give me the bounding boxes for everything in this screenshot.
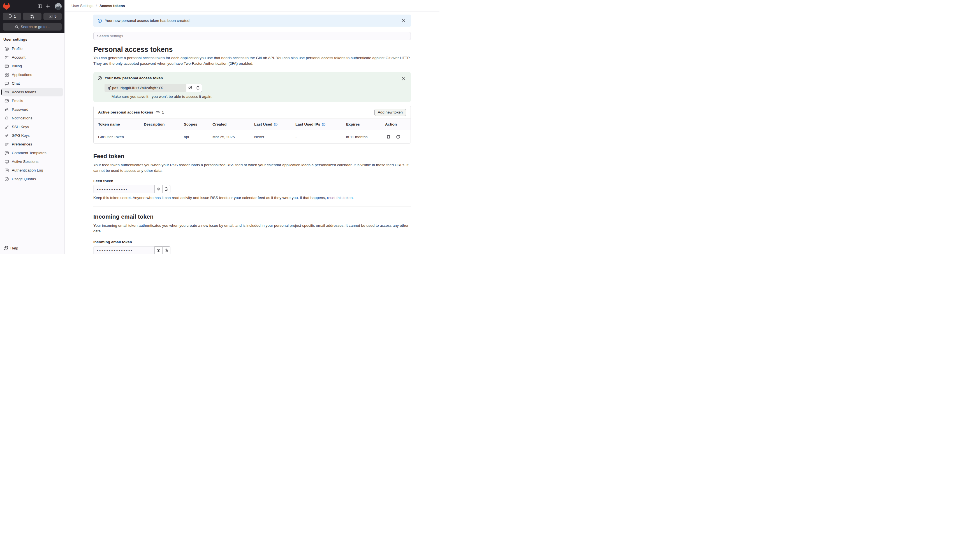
sidebar-item-label: Active Sessions xyxy=(12,159,38,164)
cell-created: Mar 25, 2025 xyxy=(212,135,254,139)
avatar[interactable] xyxy=(55,3,62,10)
question-icon[interactable] xyxy=(274,123,278,126)
settings-nav: Profile Account Billing Applications Cha… xyxy=(0,44,65,183)
sidebar-item-label: SSH Keys xyxy=(12,125,29,129)
sidebar-item-emails[interactable]: Emails xyxy=(2,96,63,105)
reveal-incoming-email-token-button[interactable] xyxy=(154,246,162,254)
trash-icon xyxy=(386,134,391,139)
search-or-go-to[interactable]: Search or go to... xyxy=(3,23,62,31)
cell-last-used: Never xyxy=(254,135,295,139)
alert-close-button[interactable] xyxy=(401,18,407,24)
copy-token-button[interactable] xyxy=(194,84,202,92)
col-created: Created xyxy=(212,122,254,126)
help-icon xyxy=(3,246,8,250)
sidebar-item-applications[interactable]: Applications xyxy=(2,70,63,79)
sidebar-item-chat[interactable]: Chat xyxy=(2,79,63,88)
feed-token-note: Keep this token secret. Anyone who has i… xyxy=(93,196,327,200)
merge-request-icon xyxy=(30,14,35,19)
search-icon xyxy=(15,25,19,29)
panel-close-button[interactable] xyxy=(401,76,407,82)
cell-scopes: api xyxy=(184,135,212,139)
retry-icon xyxy=(396,134,400,139)
token-icon xyxy=(156,110,160,114)
avatar-image xyxy=(55,3,62,10)
sidebar-item-billing[interactable]: Billing xyxy=(2,62,63,70)
reveal-feed-token-button[interactable] xyxy=(154,185,162,193)
grid-icon xyxy=(5,73,9,77)
pat-description: You can generate a personal access token… xyxy=(93,55,411,66)
issues-count-button[interactable]: 1 xyxy=(3,13,21,20)
sidebar-toggle-icon xyxy=(38,4,42,9)
page-title: Personal access tokens xyxy=(93,45,411,53)
sidebar-item-label: Usage Quotas xyxy=(12,177,36,181)
settings-search-input[interactable] xyxy=(93,32,411,40)
sidebar-item-profile[interactable]: Profile xyxy=(2,44,63,53)
question-icon[interactable] xyxy=(322,123,326,126)
add-new-token-button[interactable]: Add new token xyxy=(375,109,406,116)
section-divider xyxy=(93,207,411,207)
sidebar-item-label: Billing xyxy=(12,64,22,68)
sidebar-item-preferences[interactable]: Preferences xyxy=(2,140,63,149)
sidebar-item-label: Chat xyxy=(12,81,20,86)
user-icon xyxy=(5,46,9,51)
breadcrumb: User Settings / Access tokens xyxy=(65,0,439,12)
feed-token-title: Feed token xyxy=(93,152,411,160)
app: 1 5 Search or go to... User settings Pro… xyxy=(0,0,439,254)
rotate-token-button[interactable] xyxy=(394,133,401,140)
sidebar-item-usage-quotas[interactable]: Usage Quotas xyxy=(2,175,63,183)
revoke-token-button[interactable] xyxy=(385,133,392,140)
sidebar-item-access-tokens[interactable]: Access tokens xyxy=(2,88,63,96)
sidebar-item-label: Access tokens xyxy=(12,90,36,94)
sidebar-item-label: Authentication Log xyxy=(12,168,43,172)
sliders-icon xyxy=(5,142,9,147)
account-icon xyxy=(5,55,9,60)
alert-text: Your new personal access token has been … xyxy=(105,18,191,23)
todos-count-button[interactable]: 5 xyxy=(43,13,62,20)
sidebar-item-label: GPG Keys xyxy=(12,133,30,138)
hide-token-button[interactable] xyxy=(186,84,194,92)
merge-requests-button[interactable] xyxy=(23,13,41,20)
sidebar-item-ssh-keys[interactable]: SSH Keys xyxy=(2,123,63,131)
sidebar-item-notifications[interactable]: Notifications xyxy=(2,114,63,123)
feed-token-section: Feed token Your feed token authenticates… xyxy=(93,152,411,200)
incoming-email-token-description: Your incoming email token authenticates … xyxy=(93,223,411,234)
create-new-button[interactable] xyxy=(44,3,51,10)
copy-feed-token-button[interactable] xyxy=(162,185,171,193)
sidebar-item-label: Profile xyxy=(12,46,22,51)
reset-feed-token-link[interactable]: reset this token. xyxy=(327,196,354,200)
copy-icon xyxy=(164,187,168,191)
plus-icon xyxy=(45,4,50,9)
token-icon xyxy=(5,90,9,94)
sidebar-item-account[interactable]: Account xyxy=(2,53,63,62)
sidebar-toggle-button[interactable] xyxy=(36,3,44,10)
col-description: Description xyxy=(144,122,184,126)
sidebar-item-password[interactable]: Password xyxy=(2,105,63,114)
close-icon xyxy=(402,19,405,22)
sidebar-item-comment-templates[interactable]: Comment Templates xyxy=(2,149,63,157)
breadcrumb-parent[interactable]: User Settings xyxy=(71,3,93,8)
sidebar-item-authentication-log[interactable]: Authentication Log xyxy=(2,166,63,175)
col-action: Action xyxy=(385,122,406,126)
breadcrumb-separator: / xyxy=(96,3,97,8)
sidebar-item-label: Applications xyxy=(12,73,32,77)
sidebar-item-active-sessions[interactable]: Active Sessions xyxy=(2,157,63,166)
eye-icon xyxy=(156,249,161,252)
sidebar-item-label: Comment Templates xyxy=(12,151,46,155)
chat-icon xyxy=(5,81,9,86)
sidebar-item-gpg-keys[interactable]: GPG Keys xyxy=(2,131,63,140)
search-label: Search or go to... xyxy=(21,25,50,29)
todos-icon xyxy=(48,14,53,18)
lock-icon xyxy=(5,107,9,112)
sidebar: 1 5 Search or go to... User settings Pro… xyxy=(0,0,65,254)
new-token-panel: Your new personal access token glpat-Mpg… xyxy=(93,72,411,102)
help-button[interactable]: Help xyxy=(0,242,65,254)
col-scopes: Scopes xyxy=(184,122,212,126)
main-content: User Settings / Access tokens Your new p… xyxy=(65,0,439,254)
col-last-used-ips: Last Used IPs xyxy=(295,122,320,126)
gitlab-logo-icon[interactable] xyxy=(3,3,10,10)
table-header: Token name Description Scopes Created La… xyxy=(94,119,411,130)
copy-incoming-email-token-button[interactable] xyxy=(162,246,171,254)
table-row: GitButler Token api Mar 25, 2025 Never -… xyxy=(94,130,411,144)
col-last-used: Last Used xyxy=(254,122,272,126)
sidebar-item-label: Emails xyxy=(12,99,23,103)
